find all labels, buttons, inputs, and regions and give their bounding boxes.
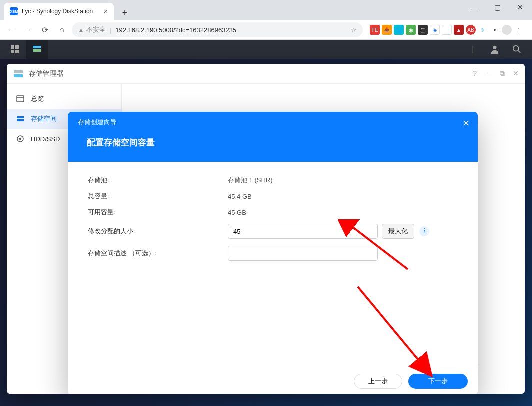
svg-line-8 (518, 51, 521, 53)
app-title: 存储管理器 (29, 69, 64, 78)
maximize-icon[interactable]: ⧉ (500, 69, 505, 78)
close-tab-icon[interactable]: × (104, 7, 108, 15)
svg-rect-3 (16, 50, 19, 53)
storage-manager-window: 存储管理器 ? — ⧉ ✕ 总览 存储空 (7, 64, 525, 394)
close-icon[interactable]: ✕ (462, 118, 470, 129)
wizard-body: 存储池: 存储池 1 (SHR) 总容量: 45.4 GB 可用容量: 45 G… (68, 162, 478, 367)
svg-point-6 (493, 46, 496, 49)
ext-icon[interactable]: ⬚ (418, 25, 428, 35)
app-body: 总览 存储空间 HDD/SSD 存储创建向导 (7, 84, 525, 394)
menu-icon[interactable]: ⋮ (514, 25, 524, 35)
wizard-footer: 上一步 下一步 (68, 367, 478, 394)
url-input[interactable]: ▲ 不安全 | 192.168.2.190:5000/?dc=163228696… (72, 22, 363, 37)
wizard-header: 存储创建向导 ✕ 配置存储空间容量 (68, 112, 478, 162)
ext-icon[interactable]: AB (466, 25, 476, 35)
ext-icon[interactable]: ✈ (478, 25, 488, 35)
star-icon[interactable]: ☆ (351, 26, 357, 34)
svg-rect-13 (17, 116, 24, 118)
svg-point-7 (514, 46, 519, 51)
storage-wizard-dialog: 存储创建向导 ✕ 配置存储空间容量 存储池: 存储池 1 (SHR) 总容量: … (68, 112, 478, 394)
overview-icon (16, 94, 25, 103)
divider: | (462, 40, 484, 59)
svg-rect-11 (17, 96, 24, 102)
svg-rect-14 (17, 119, 24, 121)
svg-rect-5 (33, 49, 41, 52)
security-warning-icon: ▲ 不安全 (78, 25, 106, 34)
allocated-size-label: 修改分配的大小: (88, 227, 228, 236)
app-icon (13, 68, 24, 79)
tab-favicon-icon: DSM (10, 7, 18, 15)
available-capacity-label: 可用容量: (88, 208, 228, 217)
next-button[interactable]: 下一步 (408, 374, 468, 389)
maximize-icon[interactable]: ▢ (486, 0, 509, 15)
description-label: 存储空间描述 （可选）: (88, 249, 228, 258)
new-tab-button[interactable]: + (118, 6, 132, 20)
ext-icon[interactable]: ◈ (430, 25, 440, 35)
ext-icon[interactable]: 🌐 (394, 25, 404, 35)
tab-bar: DSM Lyc - Synology DiskStation × + — ▢ ✕ (0, 0, 532, 20)
info-icon[interactable]: i (420, 226, 430, 236)
pool-value: 存储池 1 (SHR) (228, 176, 458, 185)
back-button[interactable]: 上一步 (354, 374, 402, 389)
dsm-desktop: | 存储管理器 ? — ⧉ ✕ (0, 40, 532, 406)
ext-icon[interactable]: ▲ (454, 25, 464, 35)
reload-icon[interactable]: ⟳ (38, 23, 52, 37)
svg-rect-4 (33, 46, 41, 48)
sidebar-item-overview[interactable]: 总览 (7, 89, 122, 109)
sidebar-item-label: HDD/SSD (31, 135, 60, 143)
dashboard-icon[interactable] (4, 40, 26, 59)
dsm-taskbar: | (0, 40, 532, 59)
user-icon[interactable] (484, 40, 506, 59)
description-input[interactable] (228, 246, 378, 261)
svg-rect-10 (14, 74, 23, 77)
search-icon[interactable] (506, 40, 528, 59)
total-capacity-value: 45.4 GB (228, 193, 458, 200)
forward-icon[interactable]: → (21, 23, 35, 37)
close-icon[interactable]: ✕ (513, 69, 519, 78)
sidebar-item-label: 存储空间 (31, 114, 57, 123)
svg-rect-1 (16, 45, 19, 49)
pool-label: 存储池: (88, 176, 228, 185)
ext-icon[interactable]: 🖼 (442, 25, 452, 35)
tab-title: Lyc - Synology DiskStation (22, 8, 93, 15)
sidebar-item-label: 总览 (31, 94, 44, 103)
svg-line-18 (358, 287, 430, 374)
url-text: 192.168.2.190:5000/?dc=1632286963235 (116, 26, 347, 34)
total-capacity-label: 总容量: (88, 192, 228, 201)
app-titlebar: 存储管理器 ? — ⧉ ✕ (7, 64, 525, 84)
available-capacity-value: 45 GB (228, 209, 458, 216)
disk-icon (16, 134, 25, 143)
browser-chrome: DSM Lyc - Synology DiskStation × + — ▢ ✕… (0, 0, 532, 40)
home-icon[interactable]: ⌂ (55, 23, 69, 37)
window-controls: — ▢ ✕ (463, 0, 532, 15)
wizard-breadcrumb: 存储创建向导 (78, 118, 468, 127)
storage-manager-taskbar-icon[interactable] (26, 40, 48, 59)
wizard-title: 配置存储空间容量 (87, 137, 468, 148)
puzzle-icon[interactable]: ✦ (490, 25, 500, 35)
svg-rect-0 (11, 45, 14, 49)
allocated-size-input[interactable] (228, 224, 378, 239)
volume-icon (16, 114, 25, 123)
address-bar: ← → ⟳ ⌂ ▲ 不安全 | 192.168.2.190:5000/?dc=1… (0, 20, 532, 40)
app-window-controls: ? — ⧉ ✕ (473, 69, 519, 78)
help-icon[interactable]: ? (473, 69, 477, 78)
minimize-icon[interactable]: — (463, 0, 486, 15)
profile-icon[interactable] (502, 25, 512, 35)
maximize-button[interactable]: 最大化 (382, 224, 414, 239)
minimize-icon[interactable]: — (485, 69, 492, 78)
svg-rect-2 (11, 50, 14, 53)
back-icon[interactable]: ← (4, 23, 18, 37)
close-icon[interactable]: ✕ (509, 0, 532, 15)
svg-point-16 (20, 138, 22, 140)
svg-rect-9 (14, 70, 23, 73)
extensions-bar: FE 📥 🌐 ◉ ⬚ ◈ 🖼 ▲ AB ✈ ✦ ⋮ (366, 25, 528, 35)
ext-icon[interactable]: FE (370, 25, 380, 35)
ext-icon[interactable]: ◉ (406, 25, 416, 35)
ext-icon[interactable]: 📥 (382, 25, 392, 35)
browser-tab[interactable]: DSM Lyc - Synology DiskStation × (4, 3, 114, 20)
